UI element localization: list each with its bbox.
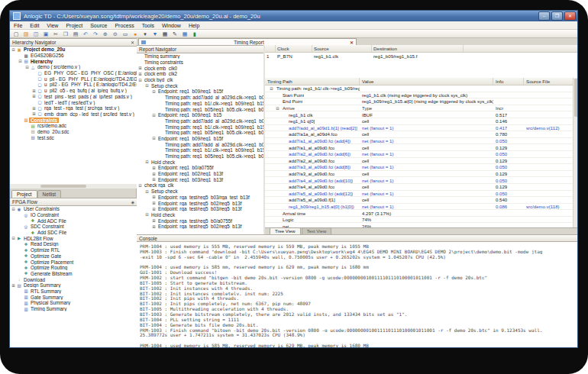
report-tree-item[interactable]: ⊟ Setup check xyxy=(137,82,263,89)
report-tree-item[interactable]: ⊞ Endpoint: rga_test/reg5_b02/reg5_b13f xyxy=(137,224,263,230)
tree-item[interactable]: ⊟ △ demo ( src/demo.v ) xyxy=(10,64,137,70)
expander-icon[interactable]: ⊞ xyxy=(151,172,157,176)
expander-icon[interactable]: ⊞ xyxy=(151,166,157,170)
expander-icon[interactable]: ⊞ xyxy=(31,89,37,93)
report-tree-label[interactable]: Setup check xyxy=(150,189,179,194)
flow-item[interactable]: ✚ Add ADC File xyxy=(10,218,137,224)
timing-row[interactable]: Logic 74% xyxy=(265,217,573,224)
report-tree-label[interactable]: Endpoint: reg1_b09/reg1_b15 xyxy=(157,112,223,118)
tree-item-label[interactable]: rga_test - rga_test ( src/rga_test.v ) xyxy=(43,105,121,111)
flow-item[interactable]: ⊟ ▶ HDL2Bit Flow xyxy=(10,235,137,241)
flow-item-label[interactable]: Physical Summary xyxy=(29,300,72,305)
minimize-button[interactable]: – xyxy=(538,11,550,21)
report-tree-item[interactable]: Timing path: reg1_b05/reg1_b05.clk->reg1… xyxy=(137,106,263,112)
expander-icon[interactable]: ⊞ xyxy=(31,106,37,111)
flow-item-label[interactable]: Gate Summary xyxy=(29,295,64,300)
report-tree-label[interactable]: Timing path: reg1_b05/reg1_b05.clk->reg1… xyxy=(163,153,263,159)
tree-item-label[interactable]: u_pll2_o5 - eg_bufg ( al_ip/eg_bufg.v ) xyxy=(43,88,128,93)
console-log[interactable]: PRM-1004 : used memory is 555 MB, reserv… xyxy=(137,242,578,348)
flow-item[interactable]: ❖ Optimize RTL xyxy=(10,247,137,253)
flow-item[interactable]: ❖ Optimize Gate xyxy=(10,253,137,260)
expander-icon[interactable]: ⊞ xyxy=(137,66,143,70)
report-tree-item[interactable]: Timing path: reg1_b05/reg1_b05.clk->reg1… xyxy=(137,130,263,136)
report-tree-label[interactable]: Endpoint: reg1_b0/a0755f xyxy=(157,165,215,170)
report-tree-item[interactable]: ⊟ Setup check xyxy=(137,189,263,195)
expander-icon[interactable]: ⊟ xyxy=(267,86,274,91)
report-tree-item[interactable]: ⊞ Endpoint: reg1_b02/reg1_b13f xyxy=(137,171,263,177)
tree-item-label[interactable]: Hierarchy xyxy=(29,59,54,64)
tree-item[interactable]: ▤ rcs/demo.adc xyxy=(10,123,137,129)
expander-icon[interactable]: ⊞ xyxy=(31,111,37,116)
clock-table-row[interactable]: 1 P_B7N reg1_b1.clk reg1_b09/reg1_b15.f xyxy=(265,53,578,60)
flow-item-label[interactable]: Generate Bitstream xyxy=(29,271,74,276)
tree-item[interactable]: ▧ Constraints xyxy=(10,117,137,123)
expander-icon[interactable]: ⊞ xyxy=(11,283,16,288)
timing-row[interactable]: End Point reg1_b09/reg1_b15.ai[0] (risin… xyxy=(265,98,573,105)
report-tree-label[interactable]: Timing summary xyxy=(143,53,181,59)
report-tree-label[interactable]: Endpoint: rga_test/reg5_b0/a0755f xyxy=(157,218,234,224)
timing-row[interactable]: add7/a3_al_a09d0.fco cell 0.129 xyxy=(265,171,573,178)
tree-item-label[interactable]: rcs/demo.adc xyxy=(36,123,68,128)
expander-icon[interactable]: ⊞ xyxy=(151,207,157,211)
tree-item-label[interactable]: ledT - ledT ( res/ledT.v ) xyxy=(43,100,96,105)
copy-icon[interactable]: ❐ xyxy=(62,31,69,37)
timing-row[interactable]: Arrival time 4.297 (3.17%) xyxy=(265,210,573,217)
document-tab-title[interactable]: Timing Report xyxy=(148,40,350,45)
report-tree-item[interactable]: ⊞ Endpoint: reg1_b0/a0755f xyxy=(137,165,263,171)
timing-row[interactable]: reg1_b1 clk IBUF 0.517 xyxy=(265,111,573,118)
flow-item[interactable]: ▥ Physical Summary xyxy=(10,300,137,306)
flow-item-label[interactable]: Add SDC File xyxy=(36,230,68,235)
tree-item[interactable]: ▢ EG_PHY_OSC - EG_PHY_OSC ( E:/anlogic/T… xyxy=(10,70,137,76)
tree-item-label[interactable]: test_pins - test_pads ( al_ip/test_pads.… xyxy=(43,94,134,99)
report-tree-item[interactable]: ⊟ Endpoint: reg1_b09/reg1_b15f xyxy=(137,136,263,142)
flow-item-label[interactable]: Download xyxy=(22,277,47,282)
zoom-fit-icon[interactable]: ▭ xyxy=(121,31,129,37)
tree-item[interactable]: ⊟ ▣ Project demo_20u xyxy=(10,47,137,53)
expander-icon[interactable]: ⊟ xyxy=(273,106,280,111)
timing-row[interactable]: reg1_b1 q[0] cell 0.146 xyxy=(265,118,573,125)
timing-row[interactable]: add7/a4_al_a09d0.fco cell 0.129 xyxy=(265,184,573,191)
report-tree-label[interactable]: Setup check xyxy=(150,83,179,89)
timing-row[interactable]: add7/add_al_a09d1.b[1] (read[2]) net (fa… xyxy=(265,125,573,132)
report-tree-item[interactable]: ⊟ Hold check xyxy=(137,159,263,165)
tree-item-label[interactable]: demo_20u.sdc xyxy=(36,129,70,134)
expander-icon[interactable]: ⊟ xyxy=(24,65,30,69)
tab-project[interactable]: Project xyxy=(11,190,37,198)
report-tree-item[interactable]: Timing path: reg1_b1/.clk->reg1_b09/reg1… xyxy=(137,124,263,130)
undo-icon[interactable]: ↶ xyxy=(82,31,89,37)
tree-item[interactable]: ⊞ ▢ u_pll2_o5 - eg_bufg ( al_ip/eg_bufg.… xyxy=(10,88,137,94)
tree-item-label[interactable]: EG4S20BG256 xyxy=(29,53,65,58)
tab-tree-view[interactable]: Tree View xyxy=(270,227,301,234)
flow-item-label[interactable]: User Constraints xyxy=(22,206,61,211)
report-tree-label[interactable]: Hold check xyxy=(150,160,176,165)
menu-item[interactable]: Process xyxy=(111,23,137,28)
timing-row[interactable]: add7/a1_al_a09d0.fco cell 0.129 xyxy=(265,144,573,151)
tree-item[interactable]: ▤ test.sdc xyxy=(10,134,137,140)
scrollbar-thumb[interactable] xyxy=(40,185,86,188)
tree-item[interactable]: ⊞ ▢ test_pins - test_pads ( al_ip/test_p… xyxy=(10,94,137,100)
expander-icon[interactable]: ⊟ xyxy=(11,47,16,52)
report-navigator-tree[interactable]: Timing summary Timing constraints ⊞ cloc… xyxy=(137,53,264,234)
tree-item[interactable]: ⊞ ▢ emb_dram_dcp - led_test ( src/led_te… xyxy=(10,111,137,118)
save-all-icon[interactable]: ▣ xyxy=(42,31,50,37)
menu-item[interactable]: Help xyxy=(185,23,203,28)
flow-item-label[interactable]: HDL2Bit Flow xyxy=(22,236,55,241)
zoom-in-icon[interactable]: ⊕ xyxy=(102,31,109,37)
expander-icon[interactable]: ⊟ xyxy=(144,212,150,217)
menu-item[interactable]: View xyxy=(43,23,62,28)
menu-item[interactable]: File xyxy=(10,23,26,28)
expander-icon[interactable]: ⊟ xyxy=(144,189,150,194)
report-tree-label[interactable]: Timing path: add7/add_al_a029d.clk->reg1… xyxy=(163,118,263,124)
tree-item-label[interactable]: demo ( src/demo.v ) xyxy=(36,64,82,69)
tree-item[interactable]: ▢ ledT - ledT ( res/ledT.v ) xyxy=(10,99,137,105)
design-hierarchy-tree[interactable]: ⊟ ▣ Project demo_20u ▦ EG4S20BG256 ⊟ ▤ H… xyxy=(10,47,137,184)
menu-item[interactable]: Window xyxy=(158,23,185,28)
report-tree-label[interactable]: Timing path: reg1_b05/reg1_b05.clk->reg1… xyxy=(163,107,263,112)
report-tree-item[interactable]: ⊟ clock byd_clk xyxy=(137,77,263,83)
tab-close-icon[interactable]: ✕ xyxy=(350,40,356,45)
tab-netlist[interactable]: Netlist xyxy=(37,190,62,198)
tree-item[interactable]: ⊟ ▤ Hierarchy xyxy=(10,58,137,64)
flow-item-label[interactable]: Optimize Placement xyxy=(29,260,75,265)
fpga-flow-tree[interactable]: ⊟ ◉ User Constraints ◎ IO Constraint ✚ A… xyxy=(10,206,137,348)
expander-icon[interactable]: ⊞ xyxy=(151,177,157,182)
